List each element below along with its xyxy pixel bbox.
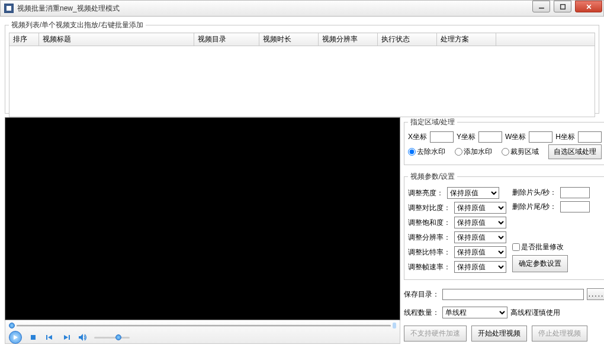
trim-head-input[interactable] <box>560 187 590 198</box>
hwaccel-button: 不支持硬件加速 <box>404 326 467 342</box>
player-controls <box>5 320 400 344</box>
trim-head-label: 删除片头/秒： <box>512 188 557 198</box>
save-dir-input[interactable] <box>442 289 584 300</box>
resolution-label: 调整分辨率： <box>408 233 451 243</box>
volume-thumb-icon[interactable] <box>115 334 121 340</box>
col-title[interactable]: 视频标题 <box>39 33 194 46</box>
params-group: 视频参数/设置 调整亮度：保持原值 调整对比度：保持原值 调整饱和度：保持原值 … <box>404 172 604 280</box>
h-label: H坐标 <box>555 132 575 142</box>
trim-tail-label: 删除片尾/秒： <box>512 202 557 212</box>
x-label: X坐标 <box>408 132 427 142</box>
y-input[interactable] <box>478 131 502 143</box>
volume-icon[interactable] <box>78 332 88 343</box>
region-legend: 指定区域/处理 <box>408 117 457 127</box>
video-list-group: 视频列表/单个视频支出拖放/右键批量添加 排序 视频标题 视频目录 视频时长 视… <box>5 20 599 114</box>
brightness-select[interactable]: 保持原值 <box>447 187 499 199</box>
radio-crop[interactable]: 裁剪区域 <box>502 147 539 157</box>
maximize-button[interactable] <box>554 1 571 12</box>
region-group: 指定区域/处理 X坐标 Y坐标 W坐标 H坐标 去除水印 添加水印 裁剪区域 自… <box>404 117 604 165</box>
svg-marker-10 <box>79 334 83 341</box>
resolution-select[interactable]: 保持原值 <box>454 231 506 243</box>
stop-button: 停止处理视频 <box>532 326 587 342</box>
browse-button[interactable]: ..... <box>587 288 604 300</box>
svg-marker-7 <box>48 335 52 340</box>
volume-slider[interactable] <box>94 337 130 339</box>
x-input[interactable] <box>430 131 454 143</box>
framerate-label: 调整帧速率： <box>408 262 451 272</box>
saturation-label: 调整饱和度： <box>408 218 451 228</box>
player-panel <box>5 117 400 344</box>
svg-marker-4 <box>14 335 18 340</box>
app-icon <box>4 4 14 13</box>
play-button[interactable] <box>9 331 22 344</box>
radio-remove-watermark[interactable]: 去除水印 <box>408 147 445 157</box>
start-button[interactable]: 开始处理视频 <box>471 326 527 342</box>
threads-select[interactable]: 单线程 <box>442 307 507 318</box>
y-label: Y坐标 <box>457 132 476 142</box>
radio-add-watermark[interactable]: 添加水印 <box>455 147 492 157</box>
col-resolution[interactable]: 视频分辨率 <box>319 33 378 46</box>
w-input[interactable] <box>529 131 552 143</box>
col-spacer <box>496 33 595 46</box>
col-status[interactable]: 执行状态 <box>378 33 437 46</box>
next-button[interactable] <box>61 332 72 343</box>
seek-thumb-icon[interactable] <box>9 323 15 328</box>
svg-rect-5 <box>31 335 36 340</box>
seek-track[interactable] <box>17 325 391 327</box>
title-bar: 视频批量消重new_视频处理模式 <box>0 0 604 17</box>
close-button[interactable] <box>575 1 602 12</box>
seek-bar[interactable] <box>9 321 396 330</box>
minimize-button[interactable] <box>532 1 550 12</box>
w-label: W坐标 <box>505 132 526 142</box>
framerate-select[interactable]: 保持原值 <box>454 261 506 273</box>
brightness-label: 调整亮度： <box>408 188 444 198</box>
prev-button[interactable] <box>44 332 55 343</box>
threads-hint: 高线程谨慎使用 <box>510 308 560 318</box>
window-title: 视频批量消重new_视频处理模式 <box>17 4 120 14</box>
contrast-label: 调整对比度： <box>408 203 451 213</box>
video-preview[interactable] <box>5 117 400 320</box>
svg-rect-6 <box>46 335 47 340</box>
col-dir[interactable]: 视频目录 <box>194 33 259 46</box>
video-list-legend: 视频列表/单个视频支出拖放/右键批量添加 <box>9 20 146 30</box>
bitrate-select[interactable]: 保持原值 <box>454 246 506 258</box>
trim-tail-input[interactable] <box>560 201 590 212</box>
params-legend: 视频参数/设置 <box>408 172 457 182</box>
svg-rect-1 <box>560 4 565 9</box>
h-input[interactable] <box>578 131 602 143</box>
select-region-button[interactable]: 自选区域处理 <box>548 144 602 159</box>
save-dir-label: 保存目录： <box>404 289 439 299</box>
contrast-select[interactable]: 保持原值 <box>454 202 506 214</box>
col-order[interactable]: 排序 <box>9 33 39 46</box>
svg-marker-8 <box>64 335 68 340</box>
svg-rect-9 <box>69 335 70 340</box>
batch-checkbox[interactable]: 是否批量修改 <box>512 242 564 252</box>
bitrate-label: 调整比特率： <box>408 247 451 257</box>
saturation-select[interactable]: 保持原值 <box>454 217 506 228</box>
threads-label: 线程数量： <box>404 308 439 318</box>
col-plan[interactable]: 处理方案 <box>437 33 496 46</box>
video-table-body[interactable] <box>9 46 595 117</box>
stop-button[interactable] <box>28 332 38 343</box>
window-buttons <box>530 1 603 12</box>
confirm-params-button[interactable]: 确定参数设置 <box>512 255 568 272</box>
col-duration[interactable]: 视频时长 <box>259 33 319 46</box>
video-table[interactable]: 排序 视频标题 视频目录 视频时长 视频分辨率 执行状态 处理方案 <box>9 33 595 46</box>
seek-end-icon <box>393 323 396 328</box>
